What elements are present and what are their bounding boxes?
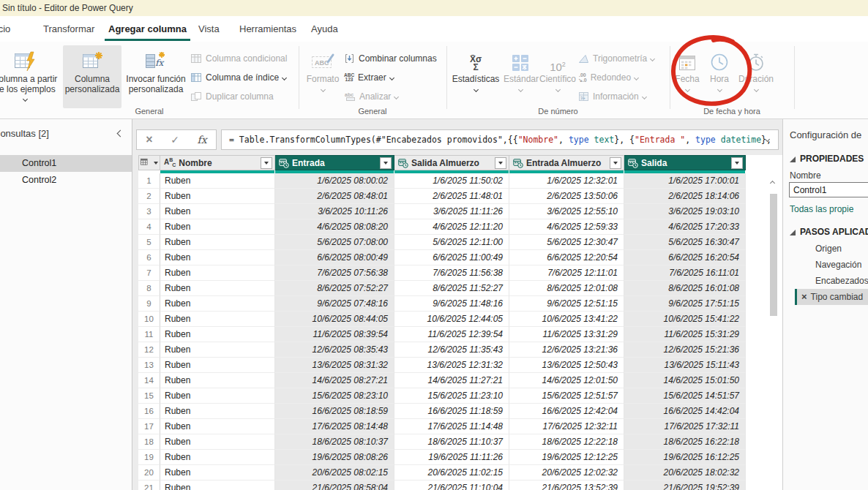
step-tipo-cambiado[interactable]: × Tipo cambiad <box>795 289 868 305</box>
table-cell[interactable]: 17/6/2025 17:32:11 <box>624 419 746 434</box>
query-item-control1[interactable]: Control1 <box>0 155 132 172</box>
table-cell[interactable]: 14/6/2025 11:27:21 <box>394 373 509 388</box>
table-cell[interactable]: 14/6/2025 12:01:50 <box>509 373 624 388</box>
table-cell[interactable]: 12/6/2025 13:21:36 <box>509 342 624 358</box>
table-cell[interactable]: 13/6/2025 12:31:32 <box>394 358 509 373</box>
row-number-cell[interactable]: 3 <box>138 204 160 219</box>
row-number-cell[interactable]: 2 <box>138 189 160 204</box>
table-cell[interactable]: Ruben <box>160 312 275 327</box>
row-number-cell[interactable]: 19 <box>138 450 160 465</box>
table-cell[interactable]: Ruben <box>160 373 275 388</box>
table-cell[interactable]: 13/6/2025 15:11:43 <box>624 358 746 373</box>
table-cell[interactable]: 11/6/2025 13:31:29 <box>509 327 624 342</box>
table-cell[interactable]: Ruben <box>160 450 275 465</box>
table-cell[interactable]: 13/6/2025 12:50:43 <box>509 358 624 373</box>
table-cell[interactable]: 10/6/2025 15:41:22 <box>624 312 746 327</box>
row-number-cell[interactable]: 16 <box>138 404 160 419</box>
filter-button[interactable] <box>731 157 743 169</box>
row-number-cell[interactable]: 21 <box>138 480 160 490</box>
table-cell[interactable]: 5/6/2025 12:11:00 <box>394 235 509 250</box>
table-cell[interactable]: 21/6/2025 13:52:39 <box>509 480 624 490</box>
table-cell[interactable]: 4/6/2025 08:08:20 <box>275 219 394 235</box>
table-cell[interactable]: Ruben <box>160 219 275 235</box>
table-cell[interactable]: 2/6/2025 08:48:01 <box>275 189 394 204</box>
table-cell[interactable]: Ruben <box>160 265 275 281</box>
table-cell[interactable]: 16/6/2025 11:18:59 <box>394 404 509 419</box>
table-cell[interactable]: 2/6/2025 11:48:01 <box>394 189 509 204</box>
row-number-cell[interactable]: 9 <box>138 296 160 312</box>
table-cell[interactable]: 5/6/2025 12:30:47 <box>509 235 624 250</box>
vertical-scrollbar[interactable] <box>768 176 779 490</box>
tab-herramientas[interactable]: Herramientas <box>239 16 296 42</box>
table-cell[interactable]: 12/6/2025 15:21:36 <box>624 342 746 358</box>
table-cell[interactable]: Ruben <box>160 250 275 265</box>
table-cell[interactable]: 4/6/2025 17:20:33 <box>624 219 746 235</box>
row-number-cell[interactable]: 17 <box>138 419 160 434</box>
filter-button[interactable] <box>380 157 392 169</box>
table-cell[interactable]: 14/6/2025 15:01:50 <box>624 373 746 388</box>
table-cell[interactable]: Ruben <box>160 281 275 296</box>
table-cell[interactable]: 19/6/2025 12:12:25 <box>509 450 624 465</box>
table-cell[interactable]: 6/6/2025 11:00:49 <box>394 250 509 265</box>
tab-ayuda[interactable]: Ayuda <box>311 16 338 42</box>
applied-steps-section-header[interactable]: PASOS APLICAD <box>790 227 868 237</box>
table-cell[interactable]: 4/6/2025 12:59:33 <box>509 219 624 235</box>
table-cell[interactable]: 21/6/2025 11:10:04 <box>394 480 509 490</box>
table-cell[interactable]: Ruben <box>160 388 275 404</box>
row-number-cell[interactable]: 11 <box>138 327 160 342</box>
table-cell[interactable]: 1/6/2025 11:50:02 <box>394 173 509 189</box>
row-number-cell[interactable]: 12 <box>138 342 160 358</box>
table-cell[interactable]: 2/6/2025 13:50:06 <box>509 189 624 204</box>
table-cell[interactable]: 14/6/2025 08:27:21 <box>275 373 394 388</box>
row-number-cell[interactable]: 18 <box>138 434 160 450</box>
table-cell[interactable]: 7/6/2025 16:11:01 <box>624 265 746 281</box>
row-number-cell[interactable]: 1 <box>138 173 160 189</box>
table-cell[interactable]: Ruben <box>160 204 275 219</box>
table-cell[interactable]: 10/6/2025 08:44:05 <box>275 312 394 327</box>
ribbon-button-invocar-funcion-personalizada[interactable]: fx Invocar función personalizada <box>123 45 189 108</box>
table-cell[interactable]: Ruben <box>160 327 275 342</box>
formula-input[interactable]: = Table.TransformColumnTypes(#"Encabezad… <box>221 129 779 150</box>
properties-section-header[interactable]: PROPIEDADES <box>790 154 864 164</box>
tab-transformar[interactable]: Transformar <box>43 16 94 42</box>
collapse-panel-icon[interactable] <box>117 130 124 137</box>
row-number-cell[interactable]: 7 <box>138 265 160 281</box>
table-cell[interactable]: 18/6/2025 11:10:37 <box>394 434 509 450</box>
table-cell[interactable]: 8/6/2025 16:01:08 <box>624 281 746 296</box>
row-number-cell[interactable]: 4 <box>138 219 160 235</box>
select-all-header[interactable] <box>138 155 160 170</box>
step-navegacion[interactable]: Navegación <box>783 257 868 273</box>
query-item-control2[interactable]: Control2 <box>0 172 132 189</box>
table-cell[interactable]: 9/6/2025 11:48:16 <box>394 296 509 312</box>
table-cell[interactable]: Ruben <box>160 235 275 250</box>
table-cell[interactable]: 18/6/2025 16:22:18 <box>624 434 746 450</box>
table-cell[interactable]: Ruben <box>160 296 275 312</box>
table-cell[interactable]: 13/6/2025 08:31:32 <box>275 358 394 373</box>
step-encabezados[interactable]: Encabezados <box>783 273 868 289</box>
table-cell[interactable]: 19/6/2025 11:11:26 <box>394 450 509 465</box>
table-cell[interactable]: 16/6/2025 14:42:04 <box>624 404 746 419</box>
step-origen[interactable]: Origen <box>783 241 868 257</box>
table-cell[interactable]: 15/6/2025 11:23:10 <box>394 388 509 404</box>
table-cell[interactable]: 11/6/2025 12:39:54 <box>394 327 509 342</box>
table-cell[interactable]: 18/6/2025 12:22:18 <box>509 434 624 450</box>
tab-agregar-columna[interactable]: Agregar columna <box>108 16 187 42</box>
table-cell[interactable]: 9/6/2025 12:51:15 <box>509 296 624 312</box>
table-cell[interactable]: 15/6/2025 14:51:57 <box>624 388 746 404</box>
scroll-up-icon[interactable] <box>770 181 775 186</box>
table-cell[interactable]: 17/6/2025 11:14:48 <box>394 419 509 434</box>
table-cell[interactable]: Ruben <box>160 480 275 490</box>
filter-button[interactable] <box>610 157 621 169</box>
table-cell[interactable]: 9/6/2025 07:48:16 <box>275 296 394 312</box>
ribbon-button-columna-de-indice[interactable]: Columna de índice <box>190 70 286 85</box>
table-cell[interactable]: 19/6/2025 16:12:25 <box>624 450 746 465</box>
row-number-cell[interactable]: 10 <box>138 312 160 327</box>
ribbon-button-combinar-columnas[interactable]: Combinar columnas <box>344 51 437 66</box>
table-cell[interactable]: 1/6/2025 08:00:02 <box>275 173 394 189</box>
column-header-nombre[interactable]: ABC Nombre <box>160 155 275 170</box>
tab-vista[interactable]: Vista <box>198 16 220 42</box>
table-cell[interactable]: 17/6/2025 08:14:48 <box>275 419 394 434</box>
table-cell[interactable]: 11/6/2025 08:39:54 <box>275 327 394 342</box>
filter-button[interactable] <box>495 157 506 169</box>
table-cell[interactable]: Ruben <box>160 434 275 450</box>
